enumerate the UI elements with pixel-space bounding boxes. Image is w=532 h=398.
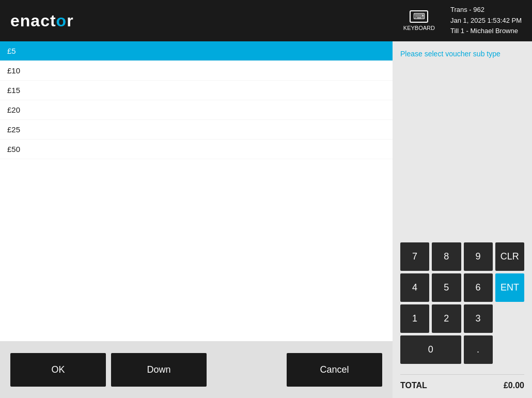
left-panel: £5£10£15£20£25£50 OK Down Cancel bbox=[0, 41, 393, 398]
trans-date: Jan 1, 2025 1:53:42 PM bbox=[450, 16, 522, 26]
numpad-key-dot[interactable]: . bbox=[464, 335, 493, 364]
bottom-buttons: OK Down Cancel bbox=[0, 341, 393, 398]
header-right: KEYBOARD Trans - 962 Jan 1, 2025 1:53:42… bbox=[403, 5, 522, 37]
numpad-key-6[interactable]: 6 bbox=[464, 273, 493, 302]
numpad-key-5[interactable]: 5 bbox=[432, 273, 461, 302]
logo-accent: o bbox=[56, 11, 67, 30]
list-item[interactable]: £20 bbox=[0, 100, 393, 120]
voucher-list: £5£10£15£20£25£50 bbox=[0, 41, 393, 341]
numpad-key-1[interactable]: 1 bbox=[400, 304, 429, 333]
numpad-key-4[interactable]: 4 bbox=[400, 273, 429, 302]
numpad: 789CLR456ENT1230. bbox=[400, 242, 524, 364]
numpad-key-clr[interactable]: CLR bbox=[495, 242, 524, 271]
list-item[interactable]: £15 bbox=[0, 81, 393, 100]
numpad-key-2[interactable]: 2 bbox=[432, 304, 461, 333]
numpad-area: 789CLR456ENT1230. bbox=[400, 67, 524, 369]
down-button[interactable]: Down bbox=[111, 353, 207, 387]
list-item[interactable]: £25 bbox=[0, 120, 393, 140]
transaction-info: Trans - 962 Jan 1, 2025 1:53:42 PM Till … bbox=[450, 5, 522, 37]
numpad-key-9[interactable]: 9 bbox=[464, 242, 493, 271]
sub-type-prompt: Please select voucher sub type bbox=[400, 49, 524, 59]
right-panel: Please select voucher sub type 789CLR456… bbox=[393, 41, 532, 398]
numpad-key-0[interactable]: 0 bbox=[400, 335, 461, 364]
total-value: £0.00 bbox=[504, 381, 524, 390]
list-item[interactable]: £5 bbox=[0, 41, 393, 61]
list-item[interactable]: £10 bbox=[0, 61, 393, 81]
total-label: TOTAL bbox=[400, 381, 427, 390]
logo: enactor bbox=[10, 11, 74, 30]
till-info: Till 1 - Michael Browne bbox=[450, 26, 522, 37]
main-content: £5£10£15£20£25£50 OK Down Cancel Please … bbox=[0, 41, 532, 398]
numpad-key-3[interactable]: 3 bbox=[464, 304, 493, 333]
numpad-key-7[interactable]: 7 bbox=[400, 242, 429, 271]
numpad-key-8[interactable]: 8 bbox=[432, 242, 461, 271]
keyboard-label: KEYBOARD bbox=[403, 25, 435, 31]
cancel-button[interactable]: Cancel bbox=[287, 353, 382, 387]
trans-id: Trans - 962 bbox=[450, 5, 522, 16]
keyboard-icon bbox=[410, 10, 428, 23]
total-area: TOTAL £0.00 bbox=[400, 374, 524, 390]
numpad-key-ent[interactable]: ENT bbox=[495, 273, 524, 302]
ok-button[interactable]: OK bbox=[10, 353, 106, 387]
keyboard-button[interactable]: KEYBOARD bbox=[403, 10, 435, 31]
list-item[interactable]: £50 bbox=[0, 140, 393, 159]
header: enactor KEYBOARD Trans - 962 Jan 1, 2025… bbox=[0, 0, 532, 41]
